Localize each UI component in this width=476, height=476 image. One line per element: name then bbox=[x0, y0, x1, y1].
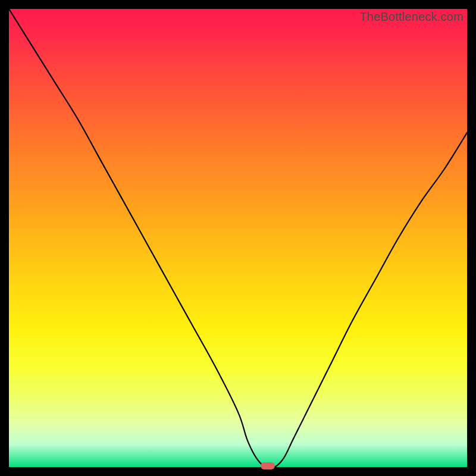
watermark-text: TheBottleneck.com bbox=[359, 10, 464, 24]
chart-container: TheBottleneck.com bbox=[0, 0, 476, 476]
bottleneck-curve bbox=[9, 9, 467, 467]
optimal-point-marker bbox=[261, 462, 275, 469]
plot-area: TheBottleneck.com bbox=[9, 9, 467, 467]
